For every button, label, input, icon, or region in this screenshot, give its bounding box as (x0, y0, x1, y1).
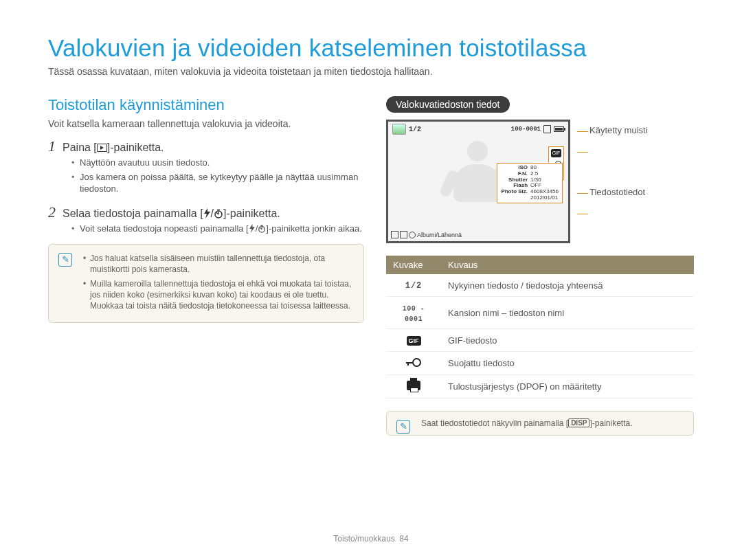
flash-icon (203, 208, 211, 219)
step-1-bullets: Näyttöön avautuu uusin tiedosto. Jos kam… (71, 157, 364, 195)
table-row: 1/2 Nykyinen tiedosto / tiedostoja yhtee… (386, 274, 694, 297)
lcd-preview: 1/2 100-0001 GIF (386, 120, 570, 243)
page-title: Valokuvien ja videoiden katseleminen toi… (48, 34, 694, 62)
grid-icon (391, 231, 398, 238)
note-icon: ✎ (396, 420, 410, 434)
step-1-number: 1 (48, 139, 56, 154)
note-item: Jos haluat katsella sisäiseen muistiin t… (83, 253, 354, 275)
magnify-icon (409, 232, 416, 238)
timer-icon (214, 209, 223, 219)
thumbnail-icon (392, 124, 406, 135)
table-row: 100 - 0001 Kansion nimi – tiedoston nimi (386, 297, 694, 329)
bullet: Voit selata tiedostoja nopeasti painamal… (71, 223, 364, 235)
table-row: Tulostusjärjestys (DPOF) on määritetty (386, 375, 694, 399)
note-icon: ✎ (58, 253, 72, 267)
grid-icon (400, 231, 407, 238)
note-box: ✎ Jos haluat katsella sisäiseen muistiin… (48, 244, 364, 323)
disp-button-icon: DISP (568, 418, 589, 427)
folder-name-icon: 100 - 0001 (403, 305, 425, 323)
print-icon (407, 381, 420, 390)
icon-description-table: Kuvake Kuvaus 1/2 Nykyinen tiedosto / ti… (386, 256, 694, 399)
step-2-number: 2 (48, 205, 56, 220)
table-header-desc: Kuvaus (441, 256, 694, 274)
table-row: Suojattu tiedosto (386, 352, 694, 375)
flash-icon (249, 224, 256, 233)
step-1-post: ]-painiketta. (107, 142, 164, 153)
note-box-bottom: ✎ Saat tiedostotiedot näkyviin painamall… (386, 411, 694, 436)
lcd-bottom-bar: Albumi/Lähennä (391, 231, 462, 238)
table-header-icon: Kuvake (386, 256, 441, 274)
left-subtitle: Voit katsella kameraan tallennettuja val… (48, 118, 364, 129)
bullet: Näyttöön avautuu uusin tiedosto. (71, 157, 364, 169)
step-1: 1 Paina []-painiketta. (48, 139, 364, 154)
step-2: 2 Selaa tiedostoja painamalla [/]-painik… (48, 205, 364, 220)
bullet: Jos kamera on poissa päältä, se kytkeyty… (71, 171, 364, 195)
section-pill: Valokuvatiedoston tiedot (386, 96, 510, 113)
counter-icon: 1/2 (405, 281, 423, 291)
callout-memory: Käytetty muisti (577, 125, 648, 135)
step-2-post: ]-painiketta. (223, 208, 280, 219)
table-row: GIF GIF-tiedosto (386, 329, 694, 352)
file-counter: 1/2 (409, 126, 421, 133)
battery-icon (554, 126, 564, 132)
gif-mini-icon: GIF (551, 149, 561, 157)
page-footer: Toisto/muokkaus 84 (0, 534, 742, 544)
lock-icon (406, 357, 421, 367)
timer-icon (258, 225, 266, 233)
intro-text: Tässä osassa kuvataan, miten valokuvia j… (48, 66, 694, 77)
step-1-pre: Paina [ (63, 142, 97, 153)
sd-icon (543, 125, 551, 133)
play-button-icon (97, 144, 107, 152)
step-2-pre: Selaa tiedostoja painamalla [ (63, 208, 203, 219)
step-2-bullets: Voit selata tiedostoja nopeasti painamal… (71, 223, 364, 235)
note-item: Muilla kameroilla tallennettuja tiedosto… (83, 278, 354, 312)
callout-fileinfo: Tiedostotiedot (577, 187, 648, 197)
left-heading: Toistotilan käynnistäminen (48, 96, 364, 114)
file-info-box: ISO80 F.N.2.5 Shutter1/30 FlashOFF Photo… (497, 163, 563, 203)
gif-icon: GIF (407, 336, 421, 346)
folder-label: 100-0001 (511, 126, 541, 133)
